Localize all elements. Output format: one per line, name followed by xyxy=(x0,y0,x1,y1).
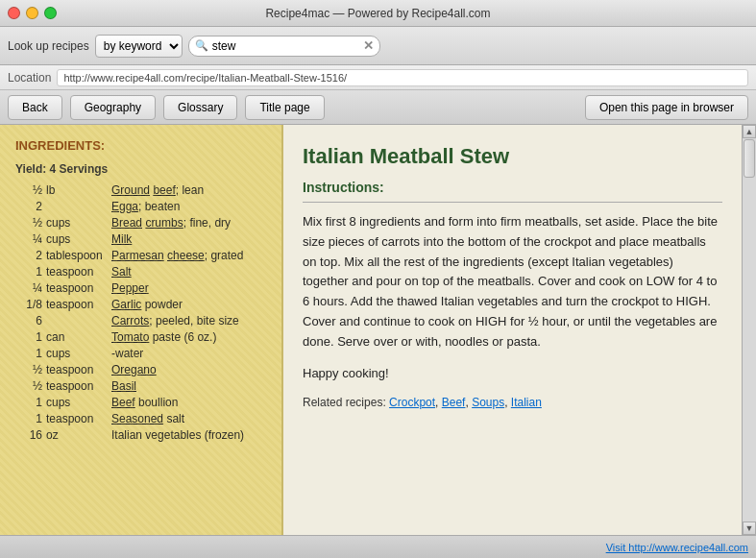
list-item: 1canTomato paste (6 oz.) xyxy=(15,330,266,344)
toolbar: Look up recipes by keyword 🔍 ✕ xyxy=(0,27,756,65)
list-item: ½cupsBread crumbs; fine, dry xyxy=(15,216,266,230)
list-item: 1teaspoonSeasoned salt xyxy=(15,412,266,425)
ingredient-unit: teaspoon xyxy=(46,281,108,295)
search-input[interactable] xyxy=(212,39,363,53)
ingredient-qty: ½ xyxy=(15,216,42,230)
related-link[interactable]: Italian xyxy=(511,396,542,409)
ingredient-desc: Beef boullion xyxy=(111,396,266,409)
ingredient-desc: Parmesan cheese; grated xyxy=(111,249,266,262)
location-label: Location xyxy=(8,71,51,85)
ingredient-desc: Pepper xyxy=(111,281,266,295)
ingredient-unit: teaspoon xyxy=(46,265,108,279)
ingredient-desc: -water xyxy=(111,347,266,360)
scroll-down-arrow[interactable]: ▼ xyxy=(743,522,756,535)
list-item: 2tablespoonParmesan cheese; grated xyxy=(15,249,266,262)
title-bar: Recipe4mac — Powered by Recipe4all.com xyxy=(0,0,756,27)
open-browser-button[interactable]: Open this page in browser xyxy=(585,95,748,120)
search-icon: 🔍 xyxy=(195,39,208,52)
status-link[interactable]: Visit http://www.recipe4all.com xyxy=(606,542,748,553)
related-links: Crockpot, Beef, Soups, Italian xyxy=(389,396,542,409)
recipe-title: Italian Meatball Stew xyxy=(303,140,722,172)
ingredient-qty: 6 xyxy=(15,314,42,328)
location-bar: Location http://www.recipe4all.com/recip… xyxy=(0,65,756,90)
ingredient-desc: Oregano xyxy=(111,363,266,376)
geography-button[interactable]: Geography xyxy=(70,95,156,120)
list-item: 1cups-water xyxy=(15,347,266,360)
ingredient-desc: Garlic powder xyxy=(111,298,266,311)
related-line: Related recipes: Crockpot, Beef, Soups, … xyxy=(303,394,722,411)
ingredients-title: INGREDIENTS: xyxy=(15,138,266,153)
scroll-track[interactable] xyxy=(743,138,756,522)
ingredient-desc: Bread crumbs; fine, dry xyxy=(111,216,266,230)
ingredient-qty: 1 xyxy=(15,347,42,360)
list-item: ¼teaspoonPepper xyxy=(15,281,266,295)
ingredient-desc: Tomato paste (6 oz.) xyxy=(111,330,266,344)
close-button[interactable] xyxy=(8,7,20,19)
ingredient-desc: Salt xyxy=(111,265,266,279)
lookup-label: Look up recipes xyxy=(8,39,89,53)
ingredient-unit: teaspoon xyxy=(46,379,108,393)
list-item: 1/8teaspoonGarlic powder xyxy=(15,298,266,311)
window-controls xyxy=(8,7,57,19)
ingredients-list: ½lbGround beef; lean2Egga; beaten½cupsBr… xyxy=(15,183,266,442)
search-clear-button[interactable]: ✕ xyxy=(363,38,374,53)
list-item: ¼cupsMilk xyxy=(15,232,266,246)
instructions-heading: Instructions: xyxy=(303,178,722,203)
related-link[interactable]: Beef xyxy=(442,396,466,409)
ingredient-unit: cups xyxy=(46,216,108,230)
ingredient-unit: tablespoon xyxy=(46,249,108,262)
yield-line: Yield: 4 Servings xyxy=(15,162,266,176)
keyword-select[interactable]: by keyword xyxy=(95,35,183,58)
scrollbar: ▲ ▼ xyxy=(742,125,756,535)
related-link[interactable]: Crockpot xyxy=(389,396,435,409)
ingredient-qty: ¼ xyxy=(15,281,42,295)
list-item: ½teaspoonBasil xyxy=(15,379,266,393)
ingredient-unit: cups xyxy=(46,347,108,360)
ingredient-qty: 1/8 xyxy=(15,298,42,311)
ingredient-qty: 16 xyxy=(15,428,42,442)
list-item: 1cupsBeef boullion xyxy=(15,396,266,409)
list-item: 6Carrots; peeled, bite size xyxy=(15,314,266,328)
ingredient-unit: lb xyxy=(46,183,108,197)
status-bar: Visit http://www.recipe4all.com xyxy=(0,535,756,558)
recipe-body: Mix first 8 ingredients and form into fi… xyxy=(303,212,722,352)
ingredient-desc: Italian vegetables (frozen) xyxy=(111,428,266,442)
list-item: 2Egga; beaten xyxy=(15,200,266,213)
ingredient-desc: Basil xyxy=(111,379,266,393)
ingredient-unit: teaspoon xyxy=(46,298,108,311)
ingredient-qty: 2 xyxy=(15,249,42,262)
maximize-button[interactable] xyxy=(44,7,57,19)
search-wrapper: 🔍 ✕ xyxy=(188,36,380,57)
location-url[interactable]: http://www.recipe4all.com/recipe/Italian… xyxy=(57,69,748,86)
list-item: ½teaspoonOregano xyxy=(15,363,266,376)
ingredient-desc: Seasoned salt xyxy=(111,412,266,425)
ingredient-unit: cups xyxy=(46,232,108,246)
title-page-button[interactable]: Title page xyxy=(245,95,324,120)
yield-value: 4 Servings xyxy=(50,162,109,176)
ingredient-qty: 2 xyxy=(15,200,42,213)
list-item: ½lbGround beef; lean xyxy=(15,183,266,197)
ingredient-unit: teaspoon xyxy=(46,363,108,376)
ingredient-qty: 1 xyxy=(15,265,42,279)
ingredient-unit: cups xyxy=(46,396,108,409)
ingredient-qty: ½ xyxy=(15,183,42,197)
happy-cooking: Happy cooking! xyxy=(303,364,722,383)
ingredient-desc: Ground beef; lean xyxy=(111,183,266,197)
back-button[interactable]: Back xyxy=(8,95,62,120)
list-item: 1teaspoonSalt xyxy=(15,265,266,279)
list-item: 16ozItalian vegetables (frozen) xyxy=(15,428,266,442)
ingredient-qty: 1 xyxy=(15,396,42,409)
minimize-button[interactable] xyxy=(26,7,38,19)
glossary-button[interactable]: Glossary xyxy=(163,95,237,120)
ingredient-qty: 1 xyxy=(15,412,42,425)
scroll-thumb[interactable] xyxy=(744,139,755,178)
related-label: Related recipes: xyxy=(303,396,386,409)
ingredient-qty: ½ xyxy=(15,363,42,376)
scroll-up-arrow[interactable]: ▲ xyxy=(743,125,756,138)
related-link[interactable]: Soups xyxy=(472,396,504,409)
nav-bar: Back Geography Glossary Title page Open … xyxy=(0,90,756,125)
ingredient-qty: ¼ xyxy=(15,232,42,246)
yield-label: Yield: xyxy=(15,162,46,176)
ingredient-unit: oz xyxy=(46,428,108,442)
ingredient-qty: ½ xyxy=(15,379,42,393)
